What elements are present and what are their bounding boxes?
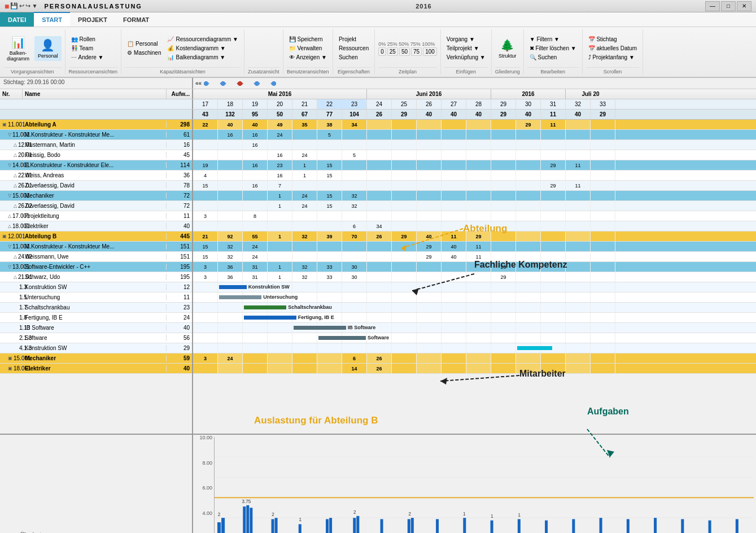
row-name: Schaltschrankbau bbox=[23, 304, 167, 311]
chart-cell bbox=[566, 292, 591, 302]
chart-cell: 15 bbox=[317, 160, 342, 170]
chart-cell bbox=[541, 353, 566, 363]
table-row: 4.1.3Konstruktion SW29 bbox=[0, 343, 192, 353]
row-nr: △26.01 bbox=[0, 182, 23, 189]
btn-kostendiagramm[interactable]: 💰 Kostendiagramm ▼ bbox=[165, 44, 241, 53]
chart-cell bbox=[516, 313, 541, 322]
btn-ressourcendiagramm[interactable]: 📈 Ressourcendiagramm ▼ bbox=[165, 35, 241, 43]
undo-btn[interactable]: ↩ bbox=[19, 2, 24, 10]
chart-cell bbox=[417, 191, 442, 200]
minimize-button[interactable]: — bbox=[705, 1, 720, 11]
btn-aktuelles-datum[interactable]: 📅 aktuelles Datum bbox=[586, 44, 639, 53]
chart-cell bbox=[193, 364, 218, 373]
chart-cell bbox=[591, 171, 615, 180]
btn-teilprojekt[interactable]: Teilprojekt ▼ bbox=[444, 44, 488, 53]
chart-cell: 21 bbox=[193, 231, 218, 241]
svg-text:1: 1 bbox=[463, 510, 466, 517]
btn-filter-loeschen[interactable]: ✖ Filter löschen ▼ bbox=[527, 44, 579, 53]
btn-stichtag[interactable]: 📅 Stichtag bbox=[586, 35, 639, 43]
btn-ressourcen[interactable]: Ressourcen bbox=[337, 44, 371, 53]
chart-cell: 1 bbox=[292, 171, 317, 180]
chart-cell: 6 bbox=[342, 353, 367, 363]
chart-cell bbox=[268, 211, 292, 221]
save-btn[interactable]: 💾 bbox=[10, 2, 18, 10]
table-row: △26.01Zuverlaessig, David78 bbox=[0, 181, 192, 191]
btn-balkendiagramm2[interactable]: 📊 Balkendiagramm ▼ bbox=[165, 53, 241, 62]
btn-struktur[interactable]: 🌲 Struktur bbox=[495, 36, 520, 61]
personal-icon: 👤 bbox=[41, 38, 55, 52]
chart-cell bbox=[516, 272, 541, 282]
value-cell-28: 40 bbox=[466, 110, 491, 119]
tab-start[interactable]: START bbox=[34, 12, 70, 27]
chart-cell bbox=[516, 130, 541, 139]
table-row: ▣11.001Abteilung A298 bbox=[0, 120, 192, 130]
btn-75pct[interactable]: 75 bbox=[411, 47, 422, 56]
btn-balkendiagramm[interactable]: 📊 Balken-diagramm bbox=[3, 33, 33, 64]
btn-suchen2[interactable]: 🔍 Suchen bbox=[527, 53, 579, 62]
chart-cell bbox=[367, 201, 392, 211]
tab-projekt[interactable]: PROJEKT bbox=[70, 12, 115, 27]
row-val: 195 bbox=[167, 274, 192, 280]
chart-cell: 16 bbox=[243, 140, 268, 150]
chart-cell: 15 bbox=[317, 171, 342, 180]
chart-cell bbox=[268, 343, 292, 353]
nav-prev[interactable]: «« bbox=[195, 80, 202, 86]
stichtag-bar: Stichtag: 29.09.16 00:00 «« bbox=[0, 78, 756, 89]
chart-cell bbox=[243, 171, 268, 180]
chart-cell: 31 bbox=[243, 262, 268, 272]
redo-btn[interactable]: ↪ bbox=[25, 2, 30, 10]
btn-0pct[interactable]: 0 bbox=[378, 47, 386, 56]
btn-projektanfang[interactable]: ⤴ Projektanfang ▼ bbox=[586, 53, 639, 62]
btn-rollen[interactable]: 👥 Rollen bbox=[69, 35, 106, 43]
chart-cell bbox=[218, 221, 243, 231]
btn-verwalten[interactable]: 📁 Verwalten bbox=[287, 44, 329, 53]
tab-format[interactable]: FORMAT bbox=[115, 12, 157, 27]
table-row: 1.3Konstruktion SW12 bbox=[0, 282, 192, 292]
chart-cell bbox=[367, 262, 392, 272]
btn-suchen[interactable]: Suchen bbox=[337, 53, 371, 62]
chart-cell bbox=[417, 262, 442, 272]
chart-cell bbox=[491, 150, 516, 160]
chart-row: Untersuchung bbox=[193, 292, 756, 303]
chart-cell: 16 bbox=[243, 181, 268, 190]
chart-cell bbox=[566, 282, 591, 292]
btn-personal-kap[interactable]: 📋 Personal bbox=[125, 40, 163, 48]
btn-team[interactable]: 👫 Team bbox=[69, 44, 106, 53]
chart-cell: 29 bbox=[541, 181, 566, 190]
btn-projekt[interactable]: Projekt bbox=[337, 35, 371, 43]
group-bearbeiten: ▼ Filtern ▼ ✖ Filter löschen ▼ 🔍 Suchen … bbox=[524, 29, 583, 75]
chart-cell: 34 bbox=[367, 221, 392, 231]
ribbon: DATEI START PROJEKT FORMAT 📊 Balken-diag… bbox=[0, 12, 756, 78]
btn-100pct[interactable]: 100 bbox=[423, 47, 437, 56]
team-icon: 👫 bbox=[71, 45, 78, 51]
btn-vorgang[interactable]: Vorgang ▼ bbox=[444, 35, 488, 43]
chart-cell bbox=[566, 231, 591, 241]
chart-cell bbox=[392, 171, 417, 180]
btn-personal[interactable]: 👤 Personal bbox=[34, 36, 62, 61]
chart-cell bbox=[317, 343, 342, 353]
nav-diamond-3 bbox=[237, 81, 243, 86]
bottom-area: Überlastung Auslastung 10.00 8.00 6.00 4… bbox=[0, 434, 756, 533]
btn-25pct[interactable]: 25 bbox=[387, 47, 398, 56]
value-cell-29: 29 bbox=[491, 110, 516, 119]
chart-cell bbox=[516, 201, 541, 211]
maximize-button[interactable]: □ bbox=[721, 1, 736, 11]
btn-50pct[interactable]: 50 bbox=[399, 47, 410, 56]
btn-verknuepfung[interactable]: Verknüpfung ▼ bbox=[444, 53, 488, 62]
btn-filtern[interactable]: ▼ Filtern ▼ bbox=[527, 35, 579, 43]
chart-cell bbox=[292, 242, 317, 251]
btn-speichern[interactable]: 💾 Speichern bbox=[287, 35, 329, 43]
btn-anzeigen[interactable]: 👁 Anzeigen ▼ bbox=[287, 53, 329, 62]
tab-datei[interactable]: DATEI bbox=[0, 12, 34, 27]
chart-cell bbox=[491, 242, 516, 251]
close-button[interactable]: ✕ bbox=[737, 1, 751, 11]
row-name: Zuverlaessig, David bbox=[23, 182, 167, 189]
chart-cell bbox=[342, 130, 367, 139]
chart-cell bbox=[466, 353, 491, 363]
chart-cell bbox=[243, 353, 268, 363]
btn-maschinen[interactable]: ⚙ Maschinen bbox=[125, 49, 163, 57]
btn-andere[interactable]: ⋯ Andere ▼ bbox=[69, 53, 106, 62]
row-nr: △12.01 bbox=[0, 142, 23, 148]
table-row: ▽11.001M.Konstrukteur - Konstrukteur Me.… bbox=[0, 130, 192, 140]
more-btn[interactable]: ▼ bbox=[32, 3, 37, 9]
